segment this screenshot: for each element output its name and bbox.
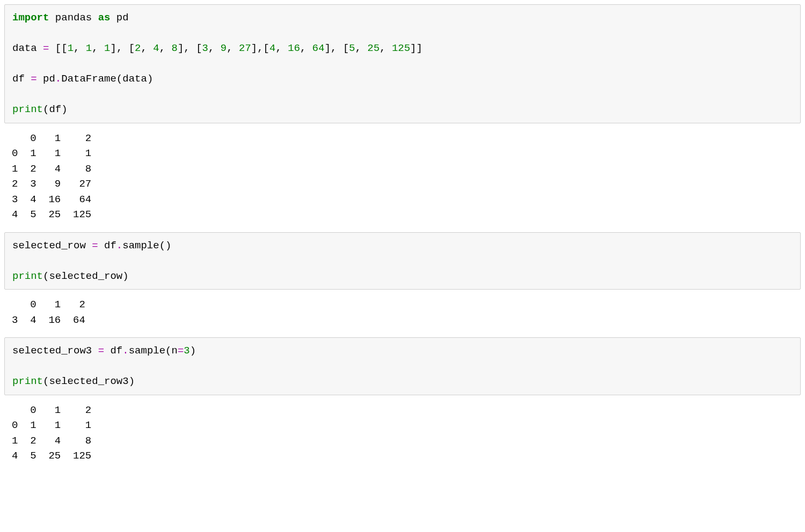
code-token: pd: [110, 12, 128, 24]
code-token: 1: [68, 42, 74, 54]
code-token: =: [92, 240, 98, 252]
code-token: =: [178, 345, 184, 357]
code-token: 125: [392, 42, 410, 54]
code-token: selected_row: [12, 240, 92, 252]
code-cell-output-1: 0 1 2 3 4 16 64: [4, 294, 801, 337]
code-token: 27: [239, 42, 251, 54]
code-token: ,: [300, 42, 312, 54]
code-token: ,: [141, 42, 153, 54]
code-token: 16: [288, 42, 300, 54]
code-token: df: [104, 345, 122, 357]
code-token: 8: [172, 42, 178, 54]
code-token: 25: [368, 42, 380, 54]
code-cell-input-1[interactable]: selected_row = df.sample() print(selecte…: [4, 232, 801, 290]
code-token: DataFrame(data): [61, 73, 153, 85]
code-token: import: [12, 12, 49, 24]
code-cell-input-2[interactable]: selected_row3 = df.sample(n=3) print(sel…: [4, 337, 801, 395]
code-token: print: [12, 375, 43, 387]
code-token: ],[: [251, 42, 269, 54]
code-token: =: [43, 42, 49, 54]
code-token: ,: [159, 42, 172, 54]
code-token: .: [122, 345, 128, 357]
code-token: ]]: [410, 42, 422, 54]
code-token: 3: [202, 42, 208, 54]
code-token: 1: [104, 42, 110, 54]
code-token: as: [98, 12, 111, 24]
code-token: ,: [355, 42, 368, 54]
code-cell-output-0: 0 1 2 0 1 1 1 1 2 4 8 2 3 9 27 3 4 16 64…: [4, 128, 801, 232]
code-cell-output-2: 0 1 2 0 1 1 1 1 2 4 8 4 5 25 125: [4, 400, 801, 474]
code-token: ,: [379, 42, 392, 54]
code-token: (df): [43, 104, 68, 115]
code-token: df: [98, 240, 116, 252]
code-token: ): [190, 345, 196, 357]
code-token: 1: [86, 42, 92, 54]
code-token: 9: [221, 42, 226, 54]
code-token: 4: [269, 42, 275, 54]
code-token: ], [: [178, 42, 202, 54]
code-token: pd: [37, 73, 55, 85]
code-token: ,: [275, 42, 288, 54]
code-cell-input-0[interactable]: import pandas as pd data = [[1, 1, 1], […: [4, 4, 801, 123]
notebook-container: import pandas as pd data = [[1, 1, 1], […: [4, 4, 801, 474]
code-token: ,: [208, 42, 221, 54]
code-token: (selected_row): [43, 270, 129, 282]
code-token: 3: [184, 345, 189, 357]
code-token: 4: [153, 42, 159, 54]
code-token: (selected_row3): [43, 375, 135, 387]
code-token: 64: [312, 42, 325, 54]
code-token: selected_row3: [12, 345, 98, 357]
code-token: pandas: [49, 12, 98, 24]
code-token: .: [116, 240, 122, 252]
code-token: =: [31, 73, 36, 85]
code-token: 2: [135, 42, 141, 54]
code-token: ,: [226, 42, 239, 54]
code-token: [[: [49, 42, 67, 54]
code-token: ,: [74, 42, 86, 54]
code-token: data: [12, 42, 43, 54]
code-token: print: [12, 270, 43, 282]
code-token: ], [: [325, 42, 349, 54]
code-token: sample(): [122, 240, 171, 252]
code-token: sample(n: [129, 345, 178, 357]
code-token: 5: [349, 42, 355, 54]
code-token: .: [55, 73, 61, 85]
code-token: print: [12, 104, 43, 115]
code-token: df: [12, 73, 31, 85]
code-token: ], [: [110, 42, 135, 54]
code-token: =: [98, 345, 104, 357]
code-token: ,: [92, 42, 104, 54]
